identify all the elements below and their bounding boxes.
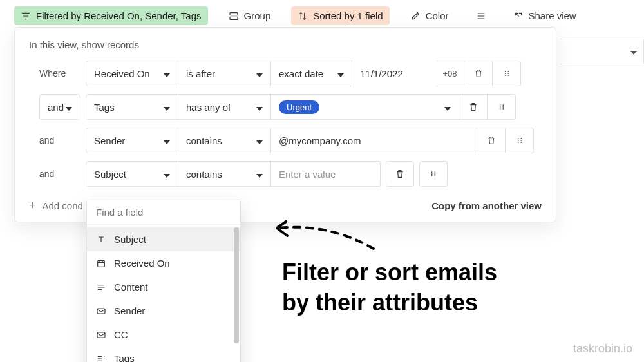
svg-point-8 xyxy=(499,104,500,106)
mail-icon xyxy=(96,306,106,316)
operator-select-value: contains xyxy=(186,135,222,146)
date-mode-select[interactable]: exact date xyxy=(271,61,352,86)
field-option[interactable]: Sender xyxy=(87,299,240,323)
filter-row: and Sender contains @mycompany.com xyxy=(39,128,542,153)
operator-select[interactable]: has any of xyxy=(178,94,271,120)
field-select-value: Subject xyxy=(94,169,126,180)
svg-rect-0 xyxy=(230,12,238,15)
delete-condition-button[interactable] xyxy=(477,128,506,153)
field-option-label: CC xyxy=(114,329,128,340)
share-icon xyxy=(513,11,524,21)
field-select[interactable]: Tags xyxy=(86,94,178,120)
timezone-value: +08 xyxy=(442,69,457,79)
svg-point-3 xyxy=(507,71,509,72)
svg-point-6 xyxy=(504,75,506,76)
toolbar-filter[interactable]: Filtered by Received On, Sender, Tags xyxy=(14,6,208,25)
chevron-down-icon xyxy=(66,102,72,113)
value-input[interactable]: Enter a value xyxy=(271,161,381,187)
sort-icon xyxy=(298,11,308,21)
add-condition-button[interactable]: + Add cond xyxy=(29,200,83,211)
field-option[interactable]: Subject xyxy=(87,227,240,251)
operator-select-value: has any of xyxy=(186,102,231,113)
operator-select[interactable]: contains xyxy=(178,161,271,187)
drag-icon xyxy=(497,102,506,111)
trash-icon xyxy=(468,102,478,112)
field-option[interactable]: Received On xyxy=(87,251,240,275)
field-picker-dropdown: Subject Received On Content Sender CC Ta… xyxy=(86,200,241,362)
tag-chip: Urgent xyxy=(279,100,319,114)
drag-handle[interactable] xyxy=(493,61,521,86)
date-input[interactable]: 11/1/2022 xyxy=(352,61,436,86)
toolbar-color[interactable]: Color xyxy=(404,6,455,25)
toolbar-share[interactable]: Share view xyxy=(507,6,583,25)
svg-point-10 xyxy=(499,106,500,108)
field-select-value: Tags xyxy=(94,102,115,113)
toolbar-group[interactable]: Group xyxy=(222,6,278,25)
value-text: @mycompany.com xyxy=(279,135,361,146)
svg-point-17 xyxy=(520,140,522,141)
date-mode-value: exact date xyxy=(279,68,323,79)
svg-point-14 xyxy=(517,138,518,139)
svg-point-12 xyxy=(499,108,500,110)
chevron-down-icon xyxy=(444,102,451,113)
value-input[interactable]: @mycompany.com xyxy=(271,128,477,153)
svg-point-24 xyxy=(431,175,433,176)
svg-point-22 xyxy=(431,173,433,175)
drag-handle[interactable] xyxy=(488,94,516,120)
watermark: taskrobin.io xyxy=(573,342,632,356)
filter-row: and Subject contains Enter a value xyxy=(39,161,542,187)
text-icon xyxy=(96,234,106,245)
trash-icon xyxy=(486,135,497,146)
svg-point-4 xyxy=(504,73,506,74)
svg-point-9 xyxy=(502,104,504,106)
chevron-down-icon xyxy=(256,68,263,79)
delete-condition-button[interactable] xyxy=(459,94,488,120)
trash-icon xyxy=(395,169,405,179)
field-select[interactable]: Subject xyxy=(86,161,178,187)
conj-label: and xyxy=(39,128,80,153)
svg-rect-1 xyxy=(230,17,238,19)
mail-icon xyxy=(96,330,106,340)
operator-select[interactable]: is after xyxy=(178,61,271,86)
field-select[interactable]: Sender xyxy=(86,128,178,153)
operator-select[interactable]: contains xyxy=(178,128,271,153)
field-select-value: Received On xyxy=(94,68,150,79)
toolbar-sort[interactable]: Sorted by 1 field xyxy=(291,6,389,25)
trash-icon xyxy=(473,68,484,79)
delete-condition-button[interactable] xyxy=(386,161,414,187)
svg-point-19 xyxy=(520,142,522,143)
field-select[interactable]: Received On xyxy=(86,61,178,86)
filter-icon xyxy=(21,11,31,21)
delete-condition-button[interactable] xyxy=(464,61,493,86)
group-icon xyxy=(229,11,239,21)
conj-select[interactable]: and xyxy=(39,94,80,120)
field-option[interactable]: Content xyxy=(87,275,240,299)
chevron-down-icon xyxy=(256,135,263,146)
field-option[interactable]: CC xyxy=(87,323,240,347)
copy-from-view-button[interactable]: Copy from another view xyxy=(431,200,542,211)
add-condition-label: Add cond xyxy=(43,200,83,211)
svg-point-2 xyxy=(504,71,506,72)
svg-point-16 xyxy=(517,140,518,141)
toolbar-rowheight[interactable] xyxy=(469,7,493,25)
copy-from-view-label: Copy from another view xyxy=(431,200,542,211)
drag-icon xyxy=(515,136,524,145)
drag-icon xyxy=(502,69,511,78)
background-field-select[interactable] xyxy=(560,39,644,64)
tag-value-select[interactable]: Urgent xyxy=(271,94,459,120)
svg-point-5 xyxy=(507,73,509,74)
toolbar-share-label: Share view xyxy=(529,10,576,21)
longtext-icon xyxy=(96,282,106,292)
annotation-line2: by their attributes xyxy=(282,288,497,318)
drag-handle[interactable] xyxy=(419,161,448,187)
timezone-badge[interactable]: +08 xyxy=(436,61,464,86)
field-option-label: Content xyxy=(114,281,148,292)
field-search-input[interactable] xyxy=(87,200,240,224)
toolbar-color-label: Color xyxy=(426,10,449,21)
scrollbar[interactable] xyxy=(234,227,239,343)
chevron-down-icon xyxy=(164,169,170,180)
chevron-down-icon xyxy=(337,68,344,79)
drag-handle[interactable] xyxy=(506,128,534,153)
field-option[interactable]: Tags xyxy=(87,347,240,362)
date-value: 11/1/2022 xyxy=(360,68,403,79)
